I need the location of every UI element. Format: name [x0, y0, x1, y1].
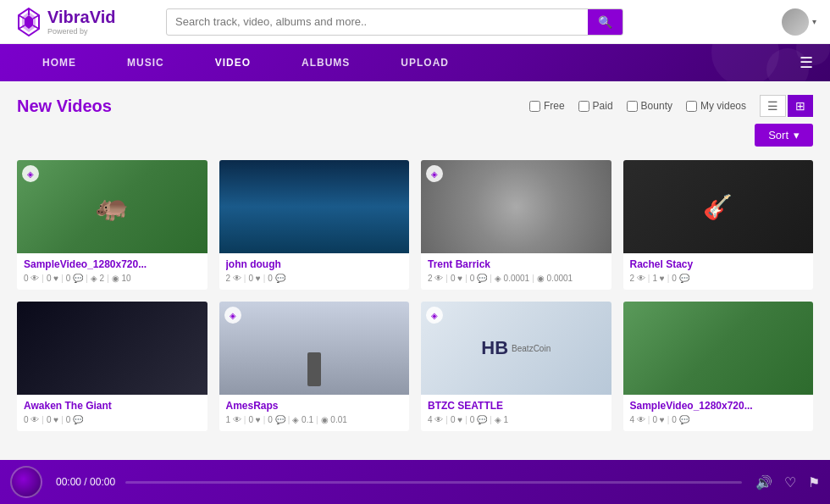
stat-coin1: ◈ 0.0001	[495, 274, 529, 283]
filters-row: New Videos Free Paid Bounty My videos ☰ …	[17, 95, 813, 117]
video-title-4: Rachel Stacy	[630, 258, 807, 270]
diamond-icon-1: ◈	[27, 169, 34, 179]
volume-icon[interactable]: 🔊	[755, 474, 772, 490]
video-info-5: Awaken The Giant 0 👁 | 0 ♥ | 0 💬	[17, 395, 208, 431]
stat-likes: 0 ♥	[47, 415, 58, 424]
video-card-3[interactable]: ◈ Trent Barrick 2 👁 | 0 ♥ | 0 💬 | ◈ 0.00…	[421, 160, 611, 290]
search-button[interactable]: 🔍	[588, 9, 622, 35]
user-dropdown-caret[interactable]: ▾	[812, 17, 816, 26]
filter-bounty-checkbox[interactable]	[627, 101, 638, 112]
stat-views: 2 👁	[226, 274, 241, 283]
stat-comments: 0 💬	[268, 415, 285, 424]
avatar-image	[782, 8, 809, 36]
view-grid-button[interactable]: ⊞	[788, 95, 813, 117]
logo-icon	[14, 7, 44, 37]
nav-albums[interactable]: ALBUMS	[276, 57, 375, 69]
stat-views: 2 👁	[428, 274, 443, 283]
stat-comments: 0 💬	[268, 274, 285, 283]
logo-powered: Powered by	[47, 27, 115, 36]
video-title-8: SampleVideo_1280x720...	[630, 400, 807, 412]
player-progress-bar[interactable]	[125, 481, 742, 484]
video-thumb-4: 🎸	[623, 160, 814, 253]
sort-row: Sort	[17, 124, 813, 147]
thumb-badge-7: ◈	[426, 307, 443, 324]
video-thumb-5	[17, 302, 208, 395]
video-stats-3: 2 👁 | 0 ♥ | 0 💬 | ◈ 0.0001 | ◉ 0.0001	[428, 274, 605, 283]
thumb-badge-6: ◈	[224, 307, 241, 324]
video-card-4[interactable]: 🎸 Rachel Stacy 2 👁 | 1 ♥ | 0 💬	[623, 160, 814, 290]
stat-coin1: ◈ 2	[91, 274, 104, 283]
stat-views: 2 👁	[630, 274, 645, 283]
video-title-2: john dough	[226, 258, 403, 270]
filter-options: Free Paid Bounty My videos	[529, 100, 746, 112]
stat-comments: 0 💬	[470, 274, 487, 283]
hamburger-menu[interactable]: ☰	[800, 53, 813, 72]
filter-myvideos[interactable]: My videos	[686, 100, 746, 112]
stat-comments: 0 💬	[470, 415, 487, 424]
user-area: ▾	[765, 8, 816, 36]
stat-comments: 0 💬	[66, 415, 83, 424]
video-stats-8: 4 👁 | 0 ♥ | 0 💬	[630, 415, 807, 424]
filter-myvideos-checkbox[interactable]	[686, 101, 697, 112]
search-input[interactable]	[167, 10, 588, 33]
stat-views: 1 👁	[226, 415, 241, 424]
video-title-3: Trent Barrick	[428, 258, 605, 270]
stat-likes: 0 ♥	[248, 274, 260, 283]
stat-views: 4 👁	[630, 415, 645, 424]
heart-icon[interactable]: ♡	[784, 474, 796, 490]
player-controls: 00:00 / 00:00	[56, 476, 742, 488]
search-bar: 🔍	[166, 8, 623, 36]
video-thumb-6: ◈	[219, 302, 410, 395]
logo-text: VibraVid Powered by	[47, 8, 115, 36]
view-list-button[interactable]: ☰	[760, 95, 786, 117]
nav-home[interactable]: HOME	[17, 57, 102, 69]
filter-paid[interactable]: Paid	[578, 100, 613, 112]
player-bar: 00:00 / 00:00 🔊 ♡ ⚑	[0, 460, 830, 504]
stat-likes: 0 ♥	[652, 415, 664, 424]
logo-title: VibraVid	[47, 8, 115, 27]
video-card-7[interactable]: HB BeatzCoin ◈ BTZC SEATTLE 4 👁 | 0 ♥ | …	[421, 302, 611, 431]
video-info-6: AmesRaps 1 👁 | 0 ♥ | 0 💬 | ◈ 0.1 | ◉ 0.0…	[219, 395, 410, 431]
stat-likes: 0 ♥	[248, 415, 260, 424]
nav-music[interactable]: MUSIC	[102, 57, 190, 69]
diamond-icon-3: ◈	[431, 169, 438, 179]
filter-free-checkbox[interactable]	[529, 101, 540, 112]
video-title-7: BTZC SEATTLE	[428, 400, 605, 412]
filter-free[interactable]: Free	[529, 100, 565, 112]
video-info-4: Rachel Stacy 2 👁 | 1 ♥ | 0 💬	[623, 253, 814, 290]
filter-paid-checkbox[interactable]	[578, 101, 589, 112]
video-stats-2: 2 👁 | 0 ♥ | 0 💬	[226, 274, 403, 283]
stat-likes: 0 ♥	[47, 274, 58, 283]
thumb-badge-3: ◈	[426, 165, 443, 182]
video-card-1[interactable]: 🦛 ◈ SampleVideo_1280x720... 0 👁 | 0 ♥ | …	[17, 160, 208, 290]
video-stats-6: 1 👁 | 0 ♥ | 0 💬 | ◈ 0.1 | ◉ 0.01	[226, 415, 403, 424]
flag-icon[interactable]: ⚑	[808, 474, 820, 490]
stat-comments: 0 💬	[672, 415, 689, 424]
nav-video[interactable]: VIDEO	[190, 57, 276, 69]
filter-bounty[interactable]: Bounty	[627, 100, 672, 112]
player-thumbnail	[10, 466, 42, 498]
diamond-icon-6: ◈	[230, 311, 236, 320]
video-stats-5: 0 👁 | 0 ♥ | 0 💬	[24, 415, 201, 424]
video-stats-7: 4 👁 | 0 ♥ | 0 💬 | ◈ 1	[428, 415, 605, 424]
video-thumb-1: 🦛 ◈	[17, 160, 208, 253]
nav-upload[interactable]: UPLOAD	[375, 57, 474, 69]
video-title-5: Awaken The Giant	[24, 400, 201, 412]
video-stats-4: 2 👁 | 1 ♥ | 0 💬	[630, 274, 807, 283]
stat-coin2: ◉ 0.0001	[537, 274, 573, 283]
video-thumb-7: HB BeatzCoin ◈	[421, 302, 611, 395]
video-title-1: SampleVideo_1280x720...	[24, 258, 201, 270]
video-card-6[interactable]: ◈ AmesRaps 1 👁 | 0 ♥ | 0 💬 | ◈ 0.1 | ◉ 0…	[219, 302, 410, 431]
thumb-badge-1: ◈	[22, 165, 39, 182]
stat-likes: 1 ♥	[652, 274, 664, 283]
video-card-2[interactable]: john dough 2 👁 | 0 ♥ | 0 💬	[219, 160, 410, 290]
avatar[interactable]	[782, 8, 809, 36]
sort-button[interactable]: Sort	[755, 124, 813, 147]
video-card-5[interactable]: Awaken The Giant 0 👁 | 0 ♥ | 0 💬	[17, 302, 208, 431]
video-stats-1: 0 👁 | 0 ♥ | 0 💬 | ◈ 2 | ◉ 10	[24, 274, 201, 283]
video-card-8[interactable]: SampleVideo_1280x720... 4 👁 | 0 ♥ | 0 💬	[623, 302, 814, 431]
stat-views: 0 👁	[24, 274, 39, 283]
stat-comments: 0 💬	[672, 274, 689, 283]
stat-likes: 0 ♥	[451, 274, 462, 283]
video-info-7: BTZC SEATTLE 4 👁 | 0 ♥ | 0 💬 | ◈ 1	[421, 395, 611, 431]
